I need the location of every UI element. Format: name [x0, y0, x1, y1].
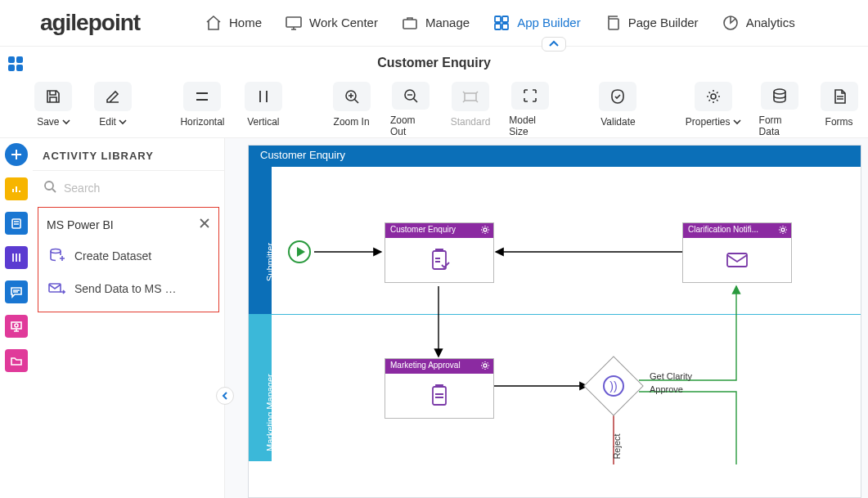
rail-add-button[interactable]: [5, 143, 28, 166]
svg-point-19: [15, 324, 18, 327]
svg-rect-9: [16, 56, 23, 63]
svg-point-30: [781, 228, 785, 231]
svg-point-20: [45, 182, 53, 190]
search-input[interactable]: [64, 182, 214, 195]
standard-button[interactable]: Standard: [450, 82, 492, 137]
task-marketing-approval[interactable]: Marketing Approval: [385, 358, 494, 419]
lane-marketing-manager[interactable]: Marketing Manager: [249, 314, 272, 461]
forms-button[interactable]: Forms: [818, 82, 860, 137]
vertical-button[interactable]: Vertical: [242, 82, 284, 137]
activity-group-title: MS Power BI: [47, 218, 114, 231]
briefcase-icon: [401, 14, 419, 32]
svg-point-15: [711, 94, 716, 99]
svg-rect-6: [609, 19, 618, 29]
svg-rect-3: [502, 16, 508, 22]
rail-clipboard-button[interactable]: [5, 212, 28, 235]
activity-send-data[interactable]: Send Data to MS …: [43, 272, 214, 305]
toolbar: Save Edit Horizontal Vertical Zoom In Zo…: [0, 79, 868, 137]
nav-pagebuilder[interactable]: Page Builder: [604, 14, 699, 32]
edge-approve-label: Approve: [650, 384, 683, 394]
edge-reject-label: Reject: [612, 433, 622, 459]
modelsize-label: Model Size: [509, 114, 551, 137]
nav-appbuilder[interactable]: App Builder: [492, 14, 581, 32]
gateway-icon: )): [603, 375, 624, 397]
clipboard-check-icon: [385, 238, 493, 282]
mail-icon: [683, 238, 791, 282]
properties-button[interactable]: Properties: [686, 82, 741, 137]
edit-label: Edit: [99, 116, 116, 128]
task-customer-enquiry[interactable]: Customer Enquiry: [385, 222, 494, 283]
svg-rect-10: [8, 65, 15, 71]
nav-analytics[interactable]: Analytics: [722, 14, 795, 32]
clipboard-icon: [385, 374, 493, 418]
top-nav: agilepoint Home Work Center Manage App B…: [0, 0, 868, 46]
forms-label: Forms: [825, 116, 853, 128]
vertical-label: Vertical: [247, 116, 279, 128]
edge-get-clarity-label: Get Clarity: [650, 371, 692, 381]
close-group-button[interactable]: [199, 218, 210, 231]
validate-button[interactable]: Validate: [597, 82, 639, 137]
gear-icon[interactable]: [480, 225, 490, 236]
gear-icon[interactable]: [480, 361, 490, 372]
piechart-icon: [722, 14, 740, 32]
task-title: Clarification Notifi...: [688, 225, 758, 234]
task-title: Customer Enquiry: [390, 225, 456, 234]
svg-rect-11: [16, 65, 23, 71]
activity-group-selected: MS Power BI Create Dataset Send Data to …: [38, 207, 219, 312]
logo: agilepoint: [8, 10, 172, 36]
database-plus-icon: [47, 246, 66, 266]
edit-button[interactable]: Edit: [92, 82, 134, 137]
apps-grid-button[interactable]: [7, 55, 25, 76]
formdata-button[interactable]: Form Data: [759, 82, 801, 137]
nav-workcenter-label: Work Center: [309, 16, 378, 29]
collapse-header-button[interactable]: [542, 37, 566, 52]
connectors: [249, 146, 854, 464]
modelsize-button[interactable]: Model Size: [509, 82, 551, 137]
properties-label: Properties: [686, 116, 731, 128]
rail-columns-button[interactable]: [5, 246, 28, 269]
gear-icon[interactable]: [778, 225, 788, 236]
standard-label: Standard: [451, 116, 491, 128]
save-button[interactable]: Save: [33, 82, 74, 137]
horizontal-button[interactable]: Horizontal: [180, 82, 224, 137]
activity-library-panel: ACTIVITY LIBRARY MS Power BI Create Data…: [33, 138, 225, 498]
nav-manage-label: Manage: [425, 16, 470, 29]
task-clarification[interactable]: Clarification Notifi...: [682, 222, 792, 283]
activity-item-label: Create Dataset: [74, 249, 151, 262]
lane-submitter[interactable]: Submitter: [249, 167, 272, 314]
collapse-panel-button[interactable]: [216, 387, 234, 405]
nav-workcenter[interactable]: Work Center: [285, 14, 378, 32]
copy-icon: [604, 14, 622, 32]
nav-home[interactable]: Home: [205, 14, 262, 32]
svg-rect-22: [49, 284, 61, 292]
rail-chat-button[interactable]: [5, 280, 28, 303]
search-row: [33, 173, 224, 204]
svg-rect-5: [502, 24, 508, 29]
home-icon: [205, 14, 223, 32]
start-node[interactable]: [288, 240, 311, 263]
gateway-node[interactable]: )): [583, 356, 644, 416]
canvas-wrapper: Customer Enquiry Submitter Marketing Man…: [225, 138, 868, 498]
lane-divider: [272, 314, 861, 315]
mail-arrow-icon: [47, 279, 66, 298]
apps-icon: [492, 14, 510, 32]
activity-item-label: Send Data to MS …: [74, 282, 177, 295]
rail-presentation-button[interactable]: [5, 315, 28, 338]
nav-manage[interactable]: Manage: [401, 14, 470, 32]
zoomout-label: Zoom Out: [390, 114, 432, 137]
nav-analytics-label: Analytics: [746, 16, 795, 29]
activity-create-dataset[interactable]: Create Dataset: [43, 240, 214, 272]
svg-rect-8: [8, 56, 15, 63]
zoomout-button[interactable]: Zoom Out: [390, 82, 432, 137]
canvas-title: Customer Enquiry: [249, 146, 861, 167]
zoomin-label: Zoom In: [334, 116, 370, 128]
rail-reports-button[interactable]: [5, 177, 28, 200]
zoomin-button[interactable]: Zoom In: [331, 82, 372, 137]
logo-text: agilepoint: [40, 10, 140, 36]
process-canvas[interactable]: Customer Enquiry Submitter Marketing Man…: [248, 145, 861, 498]
validate-label: Validate: [600, 116, 635, 128]
nav-home-label: Home: [229, 16, 262, 29]
rail-folder-button[interactable]: [5, 349, 28, 372]
svg-rect-2: [495, 16, 501, 22]
title-row: Customer Enquiry: [0, 46, 868, 79]
